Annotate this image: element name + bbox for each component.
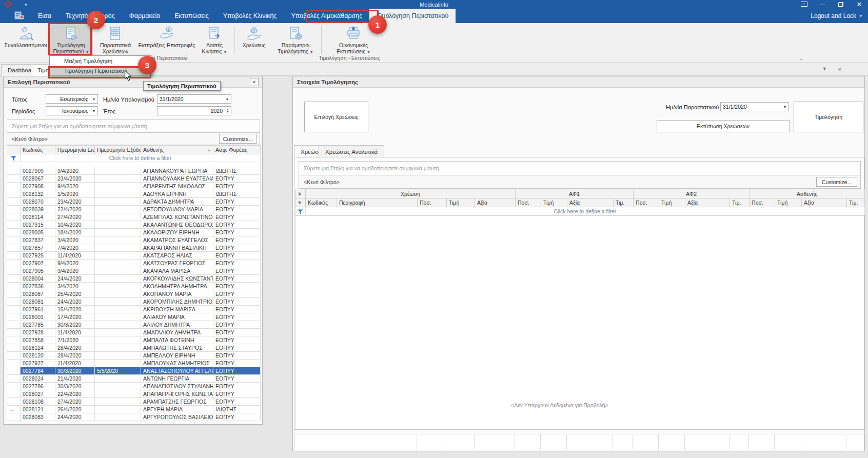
table-row[interactable]: 002778630/3/2020ΑΠΑΝΑΓΙΩΤΙΔΟΥ ΣΤΥΛΙΑΝΗΕΟ…: [7, 383, 261, 390]
column-header-1[interactable]: Κωδικός: [21, 146, 55, 154]
table-row[interactable]: 00278373/4/2020ΑΚΑΜΑΤΡΟΣ ΕΥΑΓΓΕΛΟΣΕΟΠΥΥ: [7, 236, 261, 244]
table-row[interactable]: 002778530/3/2020ΑΛΙΛΟΥ ΔΗΜΗΤΡΑΕΟΠΥΥ: [7, 321, 261, 329]
type-combo[interactable]: Εσωτερικός ▼: [46, 94, 98, 104]
table-row[interactable]: 00278577/4/2020ΑΚΑΡΑΓΙΑΝΝΗ ΒΑΣΙΛΙΚΗΕΟΠΥΥ: [7, 244, 261, 252]
ribbon-button-2[interactable]: ΤιμολόγησηΠεριστατικού ▼: [49, 24, 93, 56]
invoice-button[interactable]: Τιμολόγηση: [794, 102, 863, 132]
table-row[interactable]: 002796115/4/2020ΑΚΡΙΒΟΥΣΗ ΜΑΡΙΣΑΕΟΠΥΥ: [7, 306, 261, 313]
column-header-10[interactable]: Ποσ.: [634, 198, 659, 207]
table-row[interactable]: 002800518/4/2020ΑΚΑΛΟΡΙΖΟΥ ΕΙΡΗΝΗΕΟΠΥΥ: [7, 229, 261, 236]
menu-tab-4[interactable]: Εκτυπώσεις: [167, 9, 216, 23]
customize-button[interactable]: Customize...: [816, 177, 857, 187]
column-header-1[interactable]: Κωδικός: [306, 198, 337, 207]
customize-button[interactable]: Customize...: [219, 134, 257, 144]
spinner-arrows-icon[interactable]: ▲▼: [225, 108, 231, 113]
table-row[interactable]: 00278363/4/2020ΑΚΟΛΗΜΗΤΡΑ ΔΗΜΗΤΡΑΕΟΠΥΥ: [7, 283, 261, 290]
close-tab-icon[interactable]: ×: [838, 66, 841, 72]
restore-button[interactable]: [835, 1, 846, 8]
column-header-2[interactable]: Περιγραφή: [337, 198, 418, 207]
table-row[interactable]: 002802421/4/2020ΑΝΤΩΝΗ ΓΕΩΡΓΙΑΕΟΠΥΥ: [7, 375, 261, 383]
collapse-panel-button[interactable]: <: [250, 78, 259, 86]
menu-item-2[interactable]: Τιμολόγηση Περιστατικού: [50, 66, 151, 75]
period-combo[interactable]: Ιανουάριος ▼: [46, 106, 98, 115]
menu-tab-3[interactable]: Φαρμακείο: [122, 9, 167, 23]
table-row[interactable]: 002812428/4/2020ΑΜΠΑΛΩΤΗΣ ΣΤΑΥΡΟΣΕΟΠΥΥ: [7, 344, 261, 352]
calc-date-combo[interactable]: 31/1/2020 ▼: [157, 94, 231, 104]
table-row[interactable]: 002807023/4/2020ΑΔΡΑΚΤΑ ΔΗΜΗΤΡΑΕΟΠΥΥ: [7, 198, 261, 206]
table-row[interactable]: 00278587/1/2020ΑΜΠΑΛΤΑ ΦΩΤΕΙΝΗΕΟΠΥΥ: [7, 336, 261, 344]
table-row[interactable]: 002791510/4/2020ΑΚΑΛΑΝΤΩΝΗΣ ΘΕΟΔΩΡΟΣΕΟΠΥ…: [7, 221, 261, 229]
column-header-14[interactable]: Ποσ.: [749, 198, 775, 207]
column-header-5[interactable]: Ασφ. Φορέας: [213, 146, 261, 154]
table-row[interactable]: 00279089/4/2020ΑΓΙΑΡΕΝΤΗΣ ΝΙΚΟΛΑΟΣΕΟΠΥΥ: [7, 183, 261, 190]
table-row[interactable]: 002792711/4/2020ΑΜΠΛΟΥΚΑΣ ΔΗΜΗΤΡΙΟΣΕΟΠΥΥ: [7, 360, 261, 367]
table-row[interactable]: 00279079/4/2020ΑΚΑΤΣΟΥΡΑΣ ΓΕΩΡΓΙΟΣΕΟΠΥΥ: [7, 260, 261, 267]
table-row[interactable]: 002778430/3/20205/5/2020ΑΝΑΣΤΑΣΟΠΟΥΛΟΥ Α…: [7, 367, 261, 375]
minimize-button[interactable]: —: [817, 1, 828, 8]
define-filter-row[interactable]: Click here to define a filter: [306, 207, 865, 215]
ribbon-button-1[interactable]: Συναλλασσόμενοι: [3, 24, 48, 56]
filter-funnel-icon[interactable]: [295, 207, 306, 215]
table-row[interactable]: 002802722/4/2020ΑΠΑΠΑΓΡΗΓΟΡΗΣ ΚΩΝΣΤΑΝΤΙΝ…: [7, 390, 261, 398]
column-header-16[interactable]: Αξία: [802, 198, 847, 207]
table-row[interactable]: 002792811/4/2020ΑΜΑΓΑΛΙΟΥ ΔΗΜΗΤΡΑΕΟΠΥΥ: [7, 329, 261, 336]
table-row[interactable]: 00279099/4/2020ΑΓΙΑΝΝΑΚΟΥΡΑ ΓΕΩΡΓΙΑΙΔΙΩΤ…: [7, 167, 261, 175]
table-row[interactable]: 002800424/4/2020ΑΚΟΓΚΟΥΛΙΔΗΣ ΚΩΝΣΤΑΝΤΙΝΟ…: [7, 275, 261, 283]
table-row[interactable]: 002808124/4/2020ΑΚΟΡΟΜΠΙΛΗΣ ΔΗΜΗΤΡΙΟΣΕΟΠ…: [7, 298, 261, 306]
table-row[interactable]: 002792511/4/2020ΑΚΑΤΣΑΡΟΣ ΗΛΙΑΣΕΟΠΥΥ: [7, 252, 261, 260]
column-header-4[interactable]: Τιμή: [447, 198, 475, 207]
group-by-bar[interactable]: Σύρετε μια Στήλη για να ομαδοποιήσετε σύ…: [299, 161, 861, 175]
year-spinner[interactable]: 2020 ▲▼: [157, 106, 231, 115]
table-row[interactable]: 002806723/4/2020ΑΓΙΑΝΝΟΥΛΑΚΗ ΕΥΑΓΓΕΛΙΑΕΟ…: [7, 175, 261, 183]
column-header-8[interactable]: Αξία: [567, 198, 614, 207]
logout-and-lock-button[interactable]: Logout and Lock ▼: [811, 9, 863, 23]
menu-item-1[interactable]: Μαζική Τιμολόγηση: [50, 56, 151, 66]
menu-tab-6[interactable]: Υποβολές Αιμοκάθαρσης: [284, 9, 369, 23]
print-charges-button[interactable]: Εκτύπωση Χρεώσεων: [657, 120, 790, 132]
column-header-7[interactable]: Τιμή: [541, 198, 567, 207]
close-button[interactable]: ✕: [854, 1, 865, 8]
band-header-1[interactable]: Χρέωση: [306, 189, 516, 198]
doc-date-combo[interactable]: 31/1/2020 ▼: [720, 102, 789, 111]
column-header-9[interactable]: Τιμ.: [614, 198, 634, 207]
tab-charges-detail[interactable]: Χρεώσεις Αναλυτικά: [319, 145, 384, 157]
table-row[interactable]: 002808324/4/2020ΑΡΓΥΡΟΠΟΥΛΟΣ ΒΑΣΙΛΕΙΟΣΕΟ…: [7, 413, 261, 421]
band-header-3[interactable]: ΑΦ2: [634, 189, 749, 198]
table-row[interactable]: 002803922/4/2020ΑΕΤΟΠΟΥΛΙΔΟΥ ΜΑΡΙΑΕΟΠΥΥ: [7, 206, 261, 213]
table-row[interactable]: 002800117/4/2020ΑΛΙΑΚΟΥ ΜΑΡΙΑΕΟΠΥΥ: [7, 313, 261, 321]
menu-tab-5[interactable]: Υποβολές Κλινικής: [216, 9, 284, 23]
ribbon-button-7[interactable]: ΠαράμετροιΤιμολόγησης ▼: [272, 24, 319, 56]
table-row[interactable]: 00279059/4/2020ΑΚΑΨΑΛΑ ΜΑΡΙΣΑΕΟΠΥΥ: [7, 267, 261, 275]
define-filter-row[interactable]: Click here to define a filter: [21, 154, 261, 162]
table-row[interactable]: 00281321/5/2020ΑΔΟΥΚΑ ΕΙΡΗΝΗΙΔΙΩΤΗΣ: [7, 190, 261, 198]
table-row[interactable]: →002812126/4/2020ΑΡΓΥΡΗ ΜΑΡΙΑΙΔΙΩΤΗΣ: [7, 406, 261, 413]
table-row[interactable]: 002812028/4/2020ΑΜΠΕΛΛΟΥ ΕΙΡΗΝΗΕΟΠΥΥ: [7, 352, 261, 360]
table-row[interactable]: 002810827/4/2020ΑΡΑΜΠΑΤΖΗΣ ΓΕΩΡΓΙΟΣΕΟΠΥΥ: [7, 398, 261, 406]
column-header-5[interactable]: Αξία: [475, 198, 516, 207]
table-row[interactable]: 002808725/4/2020ΑΚΟΠΑΝΟΥ ΜΑΡΙΑΕΟΠΥΥ: [7, 290, 261, 298]
filter-funnel-icon[interactable]: [7, 154, 21, 162]
column-header-17[interactable]: Τιμ.: [847, 198, 865, 207]
ribbon-button-4[interactable]: 1Εισπράξεις-Επιστροφές: [138, 24, 195, 56]
column-header-6[interactable]: Ποσ.: [516, 198, 541, 207]
column-header-13[interactable]: Τιμ.: [730, 198, 749, 207]
ribbon-button-6[interactable]: Χρεώσεις: [237, 24, 271, 56]
table-row[interactable]: 002811427/4/2020ΑΖΕΜΓΙΛΑΣ ΚΩΝΣΤΑΝΤΙΝΟΣΕΟ…: [7, 213, 261, 221]
band-header-4[interactable]: Ασθενής: [749, 189, 865, 198]
column-header-4[interactable]: Ασθενής▲: [141, 146, 213, 154]
group-by-bar[interactable]: Σύρετε μια Στήλη για να ομαδοποιήσετε σύ…: [7, 120, 260, 133]
column-header-2[interactable]: Ημερομηνία Εισα: [55, 146, 95, 154]
fullscreen-button[interactable]: ↑: [798, 1, 810, 8]
column-header-3[interactable]: Ποσ.: [418, 198, 447, 207]
patient-cell: ΑΚΑΤΣΟΥΡΑΣ ΓΕΩΡΓΙΟΣ: [141, 260, 213, 267]
tab-list-dropdown-icon[interactable]: ▼: [822, 66, 827, 72]
select-charges-button[interactable]: Επιλογή Χρεώσεις: [304, 102, 368, 132]
band-header-2[interactable]: ΑΦ1: [516, 189, 634, 198]
column-header-11[interactable]: Τιμή: [659, 198, 685, 207]
ribbon-button-5[interactable]: ΛοιπέςΚινήσεις ▼: [196, 24, 232, 56]
menu-tab-1[interactable]: Εισα: [31, 9, 58, 23]
ribbon-button-3[interactable]: ΠαραστατικάΧρεώσεων: [94, 24, 137, 56]
column-header-12[interactable]: Αξία: [685, 198, 730, 207]
column-header-3[interactable]: Ημερομηνία Εξόδοι: [95, 146, 141, 154]
column-header-15[interactable]: Τιμή: [775, 198, 802, 207]
